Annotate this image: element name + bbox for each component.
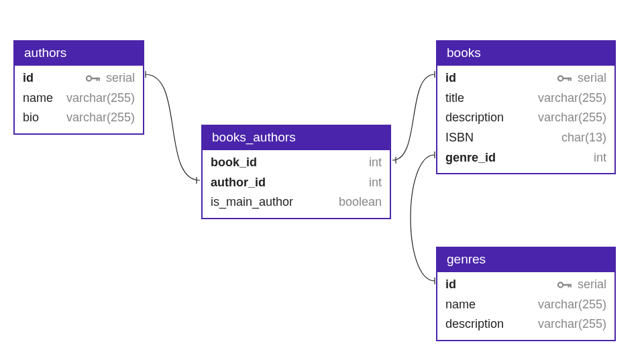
col-name: name [445,295,476,315]
col-name: description [445,314,504,335]
table-row: genre_id int [445,148,606,168]
table-books-body: id serial title varchar(255) description… [437,66,614,173]
col-type: int [369,173,382,193]
svg-point-4 [558,76,563,80]
col-type: serial [578,68,606,88]
col-type: varchar(255) [538,108,606,128]
col-name: ISBN [445,128,474,148]
col-type: varchar(255) [538,88,606,109]
svg-rect-2 [97,78,98,81]
table-row: id serial [445,68,606,88]
col-type: varchar(255) [538,295,606,315]
table-row: name varchar(255) [445,295,606,315]
table-books: books id serial title varchar(255) descr… [436,40,616,174]
table-row: bio varchar(255) [23,108,135,128]
table-authors-header: authors [15,42,143,66]
table-row: is_main_author boolean [211,192,382,213]
table-row: description varchar(255) [445,108,606,128]
col-name: is_main_author [211,192,293,213]
table-authors-body: id serial name varchar(255) bio varchar(… [15,66,143,133]
rel-books-books_authors [389,71,435,164]
rel-authors-books_authors [146,71,203,184]
col-type: varchar(255) [66,88,135,109]
col-name: description [445,108,504,128]
col-name: id [445,68,456,88]
svg-rect-6 [568,78,570,81]
table-row: book_id int [211,153,382,173]
table-books-authors-body: book_id int author_id int is_main_author… [203,150,390,218]
col-type: serial [106,68,135,88]
svg-rect-5 [563,78,571,80]
col-name: genre_id [445,148,496,168]
table-row: name varchar(255) [23,88,135,109]
key-icon [557,74,572,83]
svg-rect-1 [91,78,99,80]
col-name: id [23,68,34,88]
table-row: title varchar(255) [445,88,606,109]
table-books-authors-header: books_authors [203,126,390,150]
key-icon [557,280,572,290]
col-type: int [594,148,606,168]
table-genres-header: genres [437,248,614,272]
col-type: varchar(255) [66,108,135,128]
col-type: boolean [339,192,382,213]
col-name: author_id [211,173,266,193]
key-icon [86,74,101,83]
svg-point-0 [87,76,91,80]
col-name: title [445,88,464,109]
col-name: name [23,88,53,109]
svg-rect-11 [570,284,572,288]
table-books-authors: books_authors book_id int author_id int … [201,125,391,219]
col-type: char(13) [561,128,606,148]
table-authors: authors id serial name varchar(255) bio … [13,40,144,135]
table-books-header: books [437,42,614,66]
table-row: ISBN char(13) [445,128,606,148]
table-row: description varchar(255) [445,314,606,335]
table-row: author_id int [211,173,382,193]
table-row: id serial [23,68,135,88]
col-type: varchar(255) [538,314,606,335]
svg-point-8 [558,282,563,287]
col-name: id [445,275,456,295]
svg-rect-3 [99,78,100,81]
table-row: id serial [445,275,606,295]
svg-rect-10 [568,284,570,288]
col-name: bio [23,108,39,128]
table-genres-body: id serial name varchar(255) description … [437,272,614,340]
col-type: int [369,153,382,173]
col-name: book_id [211,153,257,173]
table-genres: genres id serial name varchar(255) descr… [436,247,616,341]
svg-rect-9 [563,284,571,286]
svg-rect-7 [570,78,572,81]
col-type: serial [578,275,606,295]
rel-books-genres [411,152,435,284]
